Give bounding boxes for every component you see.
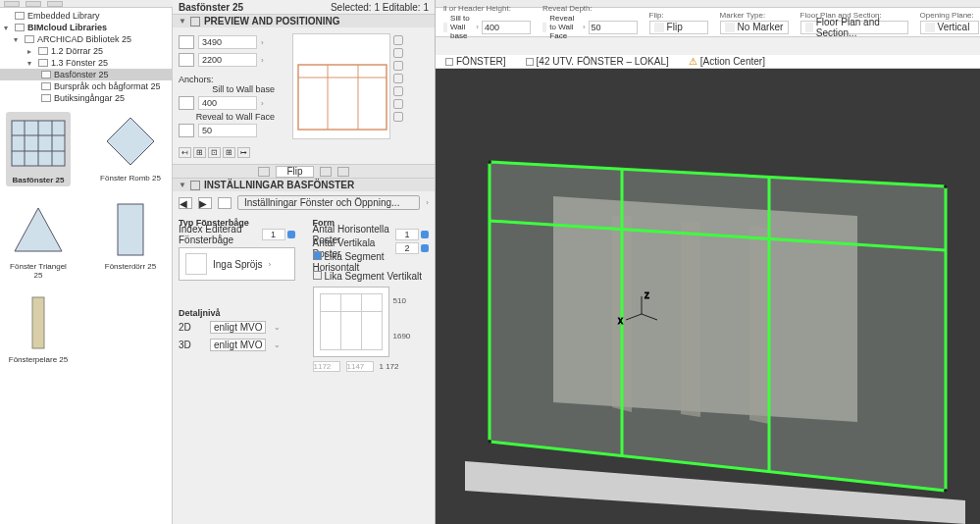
view-tool-5[interactable] (393, 86, 403, 96)
lsv-check[interactable] (313, 271, 322, 280)
view-tool-6[interactable] (393, 99, 403, 109)
folder-icon (41, 94, 51, 102)
op-label: Opening Plane: (920, 11, 979, 20)
height-input[interactable] (198, 53, 257, 67)
lsv-label: Lika Segment Vertikalt (325, 271, 423, 282)
folder-icon (15, 24, 25, 31)
nav-icon[interactable] (218, 197, 232, 209)
chevron-right-icon: › (269, 260, 272, 269)
thumb-label: Fönsterpelare 25 (9, 355, 68, 364)
tool-zoom[interactable] (47, 1, 63, 7)
view-tool-7[interactable] (393, 112, 403, 122)
chevron-down-icon[interactable]: › (476, 23, 479, 31)
tab-2[interactable]: [42 UTV. FÖNSTER – LOKAL] (526, 56, 669, 67)
sprojs-selector[interactable]: Inga Spröjs › (179, 247, 295, 281)
tool-undo[interactable] (4, 1, 20, 7)
view-tool-2[interactable] (393, 48, 403, 58)
index-input[interactable] (262, 229, 285, 240)
op-dropdown[interactable]: Vertical (920, 21, 979, 34)
section-icon (190, 17, 200, 26)
reveal-input[interactable] (198, 124, 257, 137)
thumb-dorr[interactable]: Fönsterdörr 25 (98, 200, 163, 280)
sill-input[interactable] (198, 96, 257, 110)
flip-button[interactable]: Flip (276, 166, 313, 178)
sill-header-label: ll or Header Height: (443, 4, 531, 13)
preview-title: PREVIEW AND POSITIONING (204, 16, 340, 26)
nav-next[interactable]: ▶ (198, 197, 212, 209)
tree-bibliotek[interactable]: ▾ARCHICAD Bibliotek 25 (0, 33, 172, 45)
3d-viewport[interactable]: z x (436, 69, 980, 524)
thumb-romb[interactable]: Fönster Romb 25 (98, 112, 163, 186)
width-input[interactable] (198, 35, 257, 49)
settings-section-header[interactable]: ▼ INSTÄLLNINGAR BASFÖNSTER (173, 178, 435, 191)
chevron-down-icon[interactable]: ⌄ (274, 323, 281, 332)
view-tool-3[interactable] (393, 61, 403, 71)
sill-value-input[interactable] (482, 21, 531, 34)
svg-text:x: x (618, 315, 623, 326)
preview-viewport[interactable] (292, 33, 390, 139)
align-btn[interactable]: ⊞ (223, 147, 235, 158)
svg-point-26 (944, 489, 948, 493)
view-tool-4[interactable] (393, 74, 403, 83)
2d-select[interactable]: enligt MVO (210, 321, 266, 334)
tab-3[interactable]: ⚠[Action Center] (689, 56, 765, 67)
tree-dorrar[interactable]: ▸1.2 Dörrar 25 (0, 45, 172, 57)
tree-basfonster[interactable]: Basfönster 25 (0, 69, 172, 80)
nav-prev[interactable]: ◀ (179, 197, 192, 209)
chevron-right-icon[interactable]: › (261, 56, 264, 65)
tab-1[interactable]: FÖNSTER] (445, 56, 506, 67)
tree-bursprak[interactable]: Burspråk och bågformat 25 (0, 80, 172, 92)
tree-embedded[interactable]: Embedded Library (0, 10, 172, 22)
settings-title: INSTÄLLNINGAR BASFÖNSTER (204, 180, 354, 190)
align-btn[interactable]: ↤ (179, 147, 191, 158)
stepper-icon[interactable] (421, 231, 429, 238)
chevron-right-icon[interactable]: › (261, 38, 264, 47)
3d-label: 3D (179, 340, 202, 350)
align-btn[interactable]: ⊡ (208, 147, 221, 158)
tree-butik[interactable]: Butiksingångar 25 (0, 92, 172, 104)
fps-dropdown[interactable]: Floor Plan and Section... (800, 21, 908, 34)
3d-select[interactable]: enligt MVO (210, 339, 266, 351)
align-btn[interactable]: ↦ (237, 147, 250, 158)
reveal-icon (179, 124, 194, 137)
info-bar: ll or Header Height: Sill to Wall base ›… (436, 8, 980, 37)
settings-breadcrumb[interactable]: Inställningar Fönster och Öppning... (237, 195, 420, 210)
flip-icon (654, 23, 664, 32)
library-thumbnails: Basfönster 25 Fönster Romb 25 Fönster Tr… (0, 106, 172, 370)
folder-icon (25, 35, 34, 43)
tool-star[interactable] (26, 1, 41, 7)
dim-in-2[interactable] (346, 361, 374, 372)
folder-icon (38, 59, 48, 67)
thumb-triangel[interactable]: Fönster Triangel 25 (6, 200, 71, 280)
chevron-down-icon[interactable]: › (583, 23, 586, 31)
dim-1690: 1690 (393, 332, 411, 341)
reveal-label: Reveal to Wall Face (179, 112, 275, 122)
preview-section-header[interactable]: ▼ PREVIEW AND POSITIONING (173, 14, 435, 27)
stepper-icon[interactable] (287, 231, 295, 238)
index-label: Index Editerad Fönsterbåge (179, 224, 262, 245)
view-tool-1[interactable] (393, 35, 403, 45)
marker-dropdown[interactable]: No Marker (720, 21, 789, 34)
svg-rect-10 (298, 65, 387, 130)
hp-input[interactable] (395, 229, 419, 240)
reveal-icon (542, 23, 546, 32)
height-icon (179, 53, 194, 67)
dim-in-1[interactable] (313, 361, 340, 372)
page-icon (805, 23, 813, 32)
align-btn[interactable]: ⊞ (193, 147, 206, 158)
flip-icon-r2[interactable] (337, 167, 349, 177)
thumb-pelare[interactable]: Fönsterpelare 25 (6, 293, 71, 364)
chevron-right-icon[interactable]: › (426, 198, 429, 207)
reveal-value-input[interactable] (589, 21, 638, 34)
flip-icon-r[interactable] (320, 167, 332, 177)
flip-dropdown[interactable]: Flip (649, 21, 708, 34)
flip-icon-l[interactable] (258, 167, 270, 177)
reveal-sub: Reveal to Wall Face (549, 14, 580, 40)
svg-marker-6 (107, 118, 154, 165)
thumb-basfonster[interactable]: Basfönster 25 (6, 112, 71, 186)
tree-bimcloud[interactable]: ▾BIMcloud Libraries (0, 22, 172, 33)
tree-fonster[interactable]: ▾1.3 Fönster 25 (0, 57, 172, 69)
lsh-check[interactable] (313, 251, 322, 260)
chevron-right-icon[interactable]: › (261, 99, 264, 108)
chevron-down-icon[interactable]: ⌄ (274, 341, 281, 349)
